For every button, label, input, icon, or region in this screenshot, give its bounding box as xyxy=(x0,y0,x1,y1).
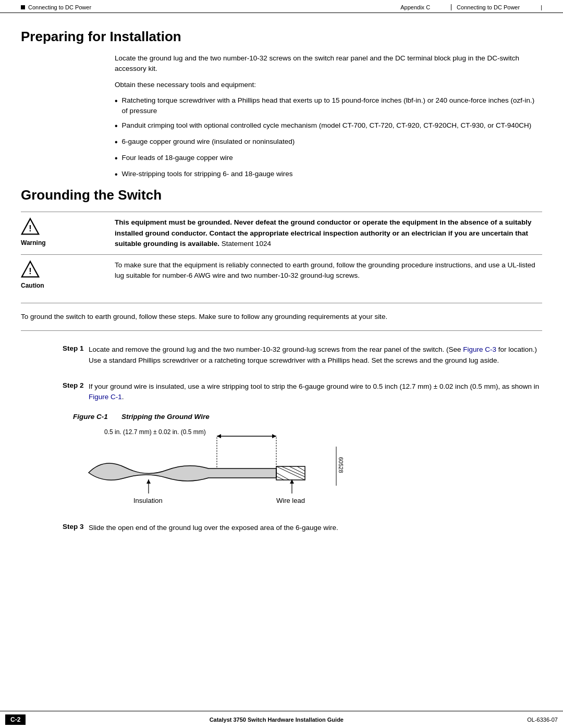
preparing-intro: Locate the ground lug and the two number… xyxy=(115,53,542,75)
caution-left: ! Caution xyxy=(21,260,115,289)
svg-line-15 xyxy=(276,476,284,480)
grounding-heading: Grounding the Switch xyxy=(21,187,542,203)
caution-label: Caution xyxy=(21,282,44,289)
bullet-item-2: Panduit crimping tool with optional cont… xyxy=(115,120,542,132)
bullet-item-3: 6-gauge copper ground wire (insulated or… xyxy=(115,137,542,149)
warning-label: Warning xyxy=(21,239,46,246)
figure-caption: Figure C-1 Stripping the Ground Wire xyxy=(73,413,542,421)
figure-svg: 0.5 in. (12.7 mm) ± 0.02 in. (0.5 mm) xyxy=(73,426,334,509)
svg-line-13 xyxy=(297,466,305,471)
svg-text:Wire lead: Wire lead xyxy=(276,497,305,504)
step-2-row: Step 2 If your ground wire is insulated,… xyxy=(21,376,542,408)
ground-wire-svg: 0.5 in. (12.7 mm) ± 0.02 in. (0.5 mm) xyxy=(73,426,360,512)
svg-marker-19 xyxy=(146,479,151,484)
svg-text:!: ! xyxy=(29,266,31,276)
svg-text:!: ! xyxy=(29,224,31,233)
step-3-body: Slide the open end of the ground lug ove… xyxy=(89,523,542,533)
header-left: Connecting to DC Power xyxy=(21,4,91,10)
grounding-body: To ground the switch to earth ground, fo… xyxy=(21,312,542,322)
warning-bold-text: This equipment must be grounded. Never d… xyxy=(115,218,532,248)
step-1-body: Locate and remove the ground lug and the… xyxy=(89,344,542,366)
caution-icon: ! xyxy=(21,260,40,279)
bullet-item-1: Ratcheting torque screwdriver with a Phi… xyxy=(115,95,542,117)
footer-doc-num: OL-6336-07 xyxy=(527,717,558,723)
fig-caption-spacer xyxy=(110,413,120,421)
header-section: Connecting to DC Power xyxy=(451,4,520,10)
step-1-row: Step 1 Locate and remove the ground lug … xyxy=(21,339,542,371)
figure-c1-container: Figure C-1 Stripping the Ground Wire 0.5… xyxy=(73,413,542,509)
header-pipe: | xyxy=(541,4,542,10)
figure-c3-link[interactable]: Figure C-3 xyxy=(463,346,496,353)
footer-page-num: C-2 xyxy=(5,714,26,725)
svg-marker-8 xyxy=(217,434,221,438)
figure-c1-link[interactable]: Figure C-1 xyxy=(89,393,122,401)
header-left-text: Connecting to DC Power xyxy=(28,4,91,10)
warning-icon: ! xyxy=(21,217,40,236)
page-header: Connecting to DC Power Appendix C Connec… xyxy=(0,0,563,13)
step-2-num: Step 2 xyxy=(63,381,89,389)
preparing-heading: Preparing for Installation xyxy=(21,29,542,45)
step-3-row: Step 3 Slide the open end of the ground … xyxy=(21,517,542,538)
svg-text:Insulation: Insulation xyxy=(133,497,163,504)
caution-block: ! Caution To make sure that the equipmen… xyxy=(21,254,542,294)
footer-doc-title: Catalyst 3750 Switch Hardware Installati… xyxy=(210,717,344,723)
preparing-obtain: Obtain these necessary tools and equipme… xyxy=(115,80,542,90)
step-2-body: If your ground wire is insulated, use a … xyxy=(89,381,542,403)
preparing-bullets: Ratcheting torque screwdriver with a Phi… xyxy=(115,95,542,181)
step-1-num: Step 1 xyxy=(63,344,89,352)
svg-line-11 xyxy=(282,466,305,477)
header-appendix: Appendix C xyxy=(400,4,430,10)
section-divider-1 xyxy=(21,303,542,303)
bullet-item-5: Wire-stripping tools for stripping 6- an… xyxy=(115,169,542,181)
step-3-num: Step 3 xyxy=(63,523,89,530)
section-divider-2 xyxy=(21,330,542,331)
svg-line-12 xyxy=(289,466,305,474)
svg-line-14 xyxy=(276,473,289,480)
caution-text: To make sure that the equipment is relia… xyxy=(115,260,542,281)
header-right: Appendix C Connecting to DC Power | xyxy=(400,4,542,10)
bullet-item-4: Four leads of 18-gauge copper wire xyxy=(115,153,542,165)
svg-marker-6 xyxy=(272,434,276,438)
header-bullet xyxy=(21,5,25,9)
fig-title: Stripping the Ground Wire xyxy=(121,413,210,421)
warning-left: ! Warning xyxy=(21,217,115,246)
warning-block: ! Warning This equipment must be grounde… xyxy=(21,212,542,254)
svg-text:60528: 60528 xyxy=(338,457,344,473)
fig-label: Figure C-1 xyxy=(73,413,108,421)
svg-text:0.5 in. (12.7 mm) ± 0.02 in. (: 0.5 in. (12.7 mm) ± 0.02 in. (0.5 mm) xyxy=(104,428,206,436)
warning-text: This equipment must be grounded. Never d… xyxy=(115,217,542,249)
page-footer: C-2 Catalyst 3750 Switch Hardware Instal… xyxy=(0,711,563,728)
main-content: Preparing for Installation Locate the gr… xyxy=(0,13,563,575)
